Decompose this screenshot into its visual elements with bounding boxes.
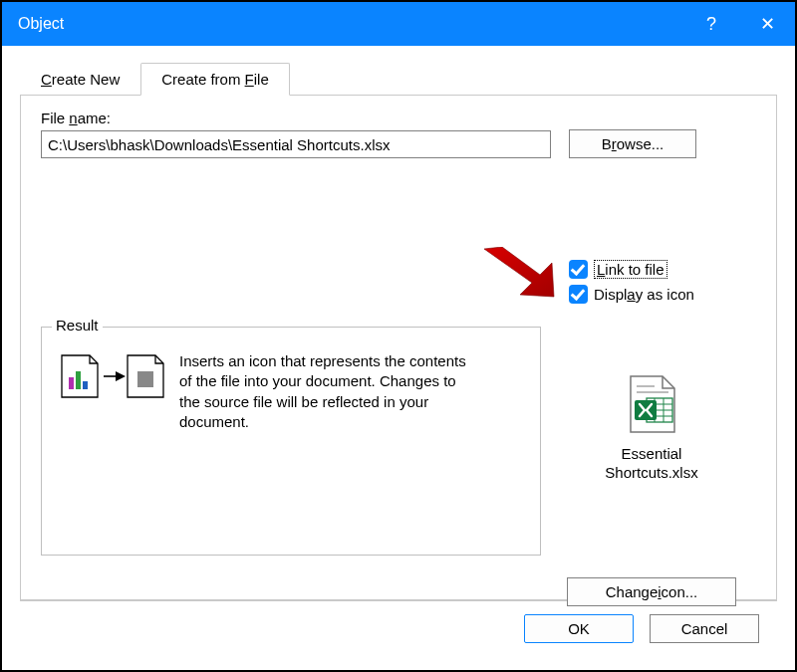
checkbox-area: Link to file Display as icon (569, 259, 694, 305)
tab-create-from-file[interactable]: Create from File (140, 63, 290, 96)
change-icon-prefix: Change (606, 583, 659, 600)
svg-rect-8 (137, 371, 153, 387)
result-group: Result (41, 327, 541, 556)
tab-create-new-label: reate New (52, 71, 120, 88)
browse-button[interactable]: Browse... (569, 129, 696, 158)
change-icon-suffix: con... (662, 583, 698, 600)
dialog-footer: OK Cancel (20, 600, 777, 656)
arrow-icon (478, 247, 558, 303)
link-to-file-label: Link to file (594, 260, 667, 279)
svg-rect-3 (76, 371, 81, 389)
result-body: Inserts an icon that represents the cont… (42, 328, 540, 432)
excel-file-icon (625, 374, 678, 434)
icon-preview-label: Essential Shortcuts.xlsx (587, 445, 716, 483)
change-icon-wrap: Change icon... (567, 577, 736, 606)
help-button[interactable]: ? (683, 2, 739, 46)
display-as-icon-prefix: Displ (594, 286, 627, 303)
cancel-label: Cancel (681, 620, 728, 637)
change-icon-button[interactable]: Change icon... (567, 577, 736, 606)
icon-preview: Essential Shortcuts.xlsx (587, 374, 716, 483)
help-icon: ? (706, 14, 716, 35)
tab-create-from-file-underlined: F (245, 71, 254, 88)
svg-rect-2 (69, 377, 74, 389)
file-name-input[interactable] (41, 130, 551, 158)
titlebar-title: Object (18, 15, 64, 33)
file-name-label: File name: (41, 110, 551, 126)
display-as-icon-suffix: y as icon (636, 286, 694, 303)
display-as-icon-underlined: a (627, 286, 635, 303)
file-row: File name: Browse... (41, 110, 760, 158)
link-to-file-row[interactable]: Link to file (569, 260, 694, 279)
ok-button[interactable]: OK (524, 614, 634, 643)
link-to-file-checkbox[interactable] (569, 260, 588, 279)
object-dialog: Object ? ✕ Create New Create from File F… (0, 0, 797, 672)
content-area: Create New Create from File File name: B… (2, 46, 795, 670)
result-legend: Result (52, 317, 103, 334)
file-col: File name: (41, 110, 551, 158)
ok-label: OK (568, 620, 590, 637)
tab-create-new[interactable]: Create New (20, 63, 140, 96)
titlebar: Object ? ✕ (2, 2, 795, 46)
display-as-icon-row[interactable]: Display as icon (569, 285, 694, 304)
close-button[interactable]: ✕ (739, 2, 795, 46)
result-graphic-icon (56, 351, 165, 401)
result-text: Inserts an icon that represents the cont… (179, 351, 478, 432)
icon-preview-label-1: Essential (622, 445, 682, 462)
svg-marker-0 (484, 247, 554, 297)
tab-create-from-file-suffix: ile (254, 71, 269, 88)
link-to-file-suffix: ink to file (605, 261, 664, 278)
file-label-underlined: n (69, 110, 77, 126)
tab-panel: File name: Browse... (20, 96, 777, 600)
browse-suffix: owse... (617, 135, 664, 152)
icon-preview-label-2: Shortcuts.xlsx (605, 464, 697, 481)
svg-rect-4 (83, 381, 88, 389)
tab-create-from-file-prefix: Create from (161, 71, 244, 88)
browse-prefix: B (602, 135, 612, 152)
tab-strip: Create New Create from File (20, 62, 777, 96)
tab-create-new-underlined: C (41, 71, 52, 88)
file-label-suffix: ame: (78, 110, 111, 126)
svg-marker-6 (116, 371, 126, 381)
display-as-icon-checkbox[interactable] (569, 285, 588, 304)
close-icon: ✕ (760, 13, 775, 35)
cancel-button[interactable]: Cancel (650, 614, 759, 643)
display-as-icon-label: Display as icon (594, 286, 694, 303)
file-label-prefix: File (41, 110, 69, 126)
